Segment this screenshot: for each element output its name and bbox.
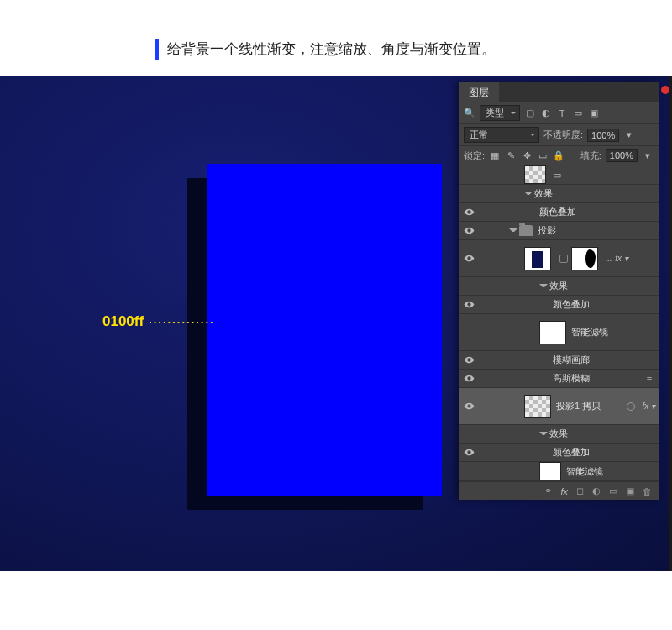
layer-top-thumb[interactable]: ▭ (459, 165, 659, 185)
layer-blur-gallery[interactable]: 模糊画廊 (459, 351, 659, 370)
visibility-toggle[interactable] (459, 253, 479, 264)
visibility-toggle[interactable] (459, 207, 479, 218)
lock-move-icon[interactable]: ✥ (521, 150, 533, 161)
link-mask-icon[interactable] (559, 255, 568, 263)
tab-layers[interactable]: 图层 (459, 82, 499, 102)
visibility-toggle[interactable] (459, 354, 479, 365)
filter-image-icon[interactable]: ▢ (524, 108, 536, 119)
filter-mask-thumb (539, 462, 561, 480)
chevron-down-icon[interactable] (524, 190, 533, 198)
filter-smart-icon[interactable]: ▣ (588, 108, 600, 119)
canvas-edge (669, 76, 672, 571)
fx-badge[interactable]: fx ▾ (642, 402, 655, 411)
tutorial-caption: 给背景一个线性渐变，注意缩放、角度与渐变位置。 (155, 39, 672, 60)
layer-label: 效果 (534, 187, 655, 200)
error-dot-icon (661, 86, 669, 94)
opacity-label: 不透明度: (543, 129, 583, 141)
blend-mode-dropdown[interactable]: 正常 (464, 127, 539, 143)
layer-label: 模糊画廊 (553, 354, 655, 366)
layer-label: 投影1 拷贝 (556, 400, 623, 412)
lock-label: 锁定: (464, 150, 485, 162)
link-icon[interactable]: ▭ (551, 169, 563, 181)
color-value: 0100ff (102, 313, 144, 330)
layers-list: ▭ 效果 颜色叠加 投影 ... fx ▾ (459, 165, 659, 481)
mask-thumb (571, 247, 598, 270)
adjustment-icon[interactable]: ◐ (592, 486, 601, 496)
ellipsis: ... (605, 254, 612, 263)
filter-adjust-icon[interactable]: ◐ (540, 108, 552, 119)
visibility-toggle[interactable] (459, 447, 479, 458)
group-icon[interactable]: ▭ (609, 486, 617, 496)
lock-row: 锁定: ▦ ✎ ✥ ▭ 🔒 填充: 100% ▾ (459, 146, 659, 165)
layer-thumb (524, 395, 551, 418)
top-strip (0, 0, 672, 10)
visibility-toggle[interactable] (459, 299, 479, 310)
layer-sub-color-overlay[interactable]: 颜色叠加 (459, 296, 659, 314)
layer-gaussian[interactable]: 高斯模糊 ≡ (459, 370, 659, 388)
smart-object-icon (627, 402, 635, 411)
layer-thumb (524, 165, 546, 184)
filter-text-icon[interactable]: T (556, 108, 568, 119)
layer-color-overlay[interactable]: 颜色叠加 (459, 203, 659, 222)
group-name: 投影 (538, 224, 655, 237)
trash-icon[interactable]: 🗑 (643, 486, 652, 496)
folder-icon (519, 225, 533, 236)
layer-label: 智能滤镜 (566, 465, 655, 478)
filter-shape-icon[interactable]: ▭ (572, 108, 584, 119)
layer-label: 颜色叠加 (553, 446, 655, 459)
link-icon[interactable]: ⚭ (544, 486, 552, 496)
filter-type-dropdown[interactable]: 类型 (480, 105, 520, 121)
filter-row: 🔍 类型 ▢ ◐ T ▭ ▣ (459, 102, 659, 124)
lock-all-icon[interactable]: 🔒 (553, 150, 564, 161)
page-footer-white (0, 571, 672, 630)
layer-group[interactable]: 投影 (459, 222, 659, 240)
visibility-toggle[interactable] (459, 401, 479, 412)
panel-footer: ⚭ fx ◻ ◐ ▭ ▣ 🗑 (459, 481, 659, 500)
layer-copy-smart-filters[interactable]: 智能滤镜 (459, 462, 659, 481)
filter-mask-thumb (539, 321, 566, 344)
opacity-value[interactable]: 100% (587, 129, 619, 142)
layer-copy-effects[interactable]: 效果 (459, 425, 659, 444)
blue-rectangle[interactable] (207, 164, 442, 496)
layer-label: 效果 (549, 280, 655, 292)
layer-label: 颜色叠加 (553, 298, 655, 311)
layer-label: 颜色叠加 (539, 206, 655, 218)
fill-value[interactable]: 100% (606, 149, 638, 162)
layer-sub-effects[interactable]: 效果 (459, 277, 659, 296)
layer-label: 智能滤镜 (571, 326, 655, 339)
filter-settings-icon[interactable]: ≡ (643, 373, 655, 385)
mask-icon[interactable]: ◻ (576, 486, 584, 496)
chevron-down-icon[interactable] (539, 282, 548, 291)
layers-panel: 图层 🔍 类型 ▢ ◐ T ▭ ▣ 正常 不透明度: 100% ▾ 锁定: ▦ … (459, 82, 659, 500)
layer-smart-filters[interactable]: 智能滤镜 (459, 314, 659, 351)
dots-icon: ·············· (149, 316, 215, 328)
fx-icon[interactable]: fx (560, 486, 568, 496)
layer-effects[interactable]: 效果 (459, 185, 659, 203)
layer-copy-color-overlay[interactable]: 颜色叠加 (459, 444, 659, 462)
layer-label: 效果 (549, 428, 655, 440)
lock-trans-icon[interactable]: ▦ (489, 150, 501, 161)
chevron-down-icon[interactable]: ▾ (623, 129, 635, 141)
fx-badge[interactable]: fx ▾ (615, 254, 628, 263)
visibility-toggle[interactable] (459, 225, 479, 236)
panel-tabs: 图层 (459, 82, 659, 102)
layer-label: 高斯模糊 (553, 372, 643, 385)
chevron-down-icon[interactable] (509, 227, 517, 235)
visibility-toggle[interactable] (459, 373, 479, 384)
new-layer-icon[interactable]: ▣ (626, 486, 634, 496)
chevron-down-icon[interactable]: ▾ (642, 150, 654, 161)
blend-row: 正常 不透明度: 100% ▾ (459, 124, 659, 146)
layer-thumb (524, 247, 551, 270)
chevron-down-icon[interactable] (539, 430, 548, 438)
layer-copy-selected[interactable]: 投影1 拷贝 fx ▾ (459, 388, 659, 425)
layer-masked[interactable]: ... fx ▾ (459, 240, 659, 277)
color-annotation: 0100ff ·············· (102, 313, 215, 330)
lock-brush-icon[interactable]: ✎ (505, 150, 517, 161)
fill-label: 填充: (580, 150, 601, 162)
search-icon[interactable]: 🔍 (464, 108, 475, 119)
caption-area: 给背景一个线性渐变，注意缩放、角度与渐变位置。 (0, 10, 672, 85)
lock-artboard-icon[interactable]: ▭ (537, 150, 549, 161)
